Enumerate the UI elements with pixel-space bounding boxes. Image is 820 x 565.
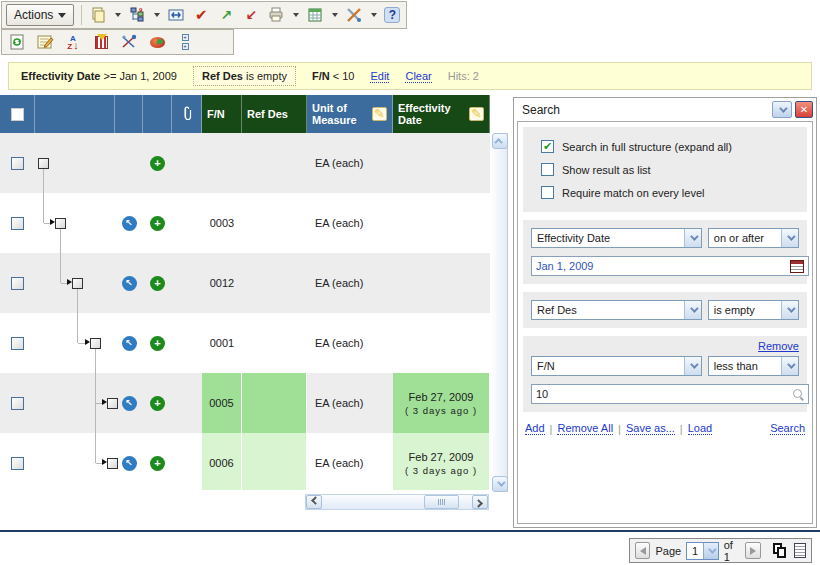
action-column-header[interactable]: [115, 95, 143, 133]
promote-arrow-icon[interactable]: ↗: [217, 6, 235, 24]
table-row[interactable]: ↖ + 0006 EA (each) Feb 27, 2009( 3 days …: [0, 433, 490, 490]
value-field[interactable]: [531, 384, 809, 404]
chevron-down-icon[interactable]: [781, 301, 798, 319]
tree-column-header[interactable]: [35, 95, 115, 133]
panel-dropdown-button[interactable]: [772, 101, 792, 118]
date-value-field[interactable]: [531, 256, 809, 276]
tools-icon[interactable]: [345, 6, 363, 24]
vertical-scrollbar[interactable]: [492, 133, 508, 492]
edit-filter-link[interactable]: Edit: [370, 70, 389, 83]
compare-windows-icon[interactable]: [167, 6, 185, 24]
filter-icon[interactable]: [92, 33, 110, 51]
operator-select[interactable]: is empty: [708, 300, 799, 320]
chart-sphere-icon[interactable]: [148, 33, 166, 51]
up-left-arrow-circle-icon[interactable]: ↖: [122, 396, 137, 411]
row-checkbox[interactable]: [11, 337, 24, 350]
operator-select[interactable]: less than: [708, 356, 799, 376]
field-select[interactable]: Ref Des: [531, 300, 702, 320]
next-page-button[interactable]: [745, 542, 760, 559]
chevron-down-icon[interactable]: [684, 357, 701, 375]
operator-select[interactable]: on or after: [708, 228, 799, 248]
scroll-left-button[interactable]: [306, 495, 322, 509]
up-left-arrow-circle-icon[interactable]: ↖: [122, 336, 137, 351]
copy-menu-caret[interactable]: [115, 13, 121, 17]
field-select[interactable]: Effectivity Date: [531, 228, 702, 248]
checkbox-search-full-structure[interactable]: ✔: [541, 140, 554, 153]
attachment-column-header[interactable]: [172, 95, 202, 133]
approve-check-icon[interactable]: ✔: [192, 6, 210, 24]
page-number-select[interactable]: 1: [686, 542, 719, 560]
filter-criterion-chip[interactable]: Ref Des is empty: [193, 66, 296, 86]
tree-node-toggle[interactable]: [90, 338, 101, 349]
value-input[interactable]: [536, 388, 793, 400]
row-checkbox[interactable]: [11, 277, 24, 290]
plus-circle-icon[interactable]: +: [150, 156, 165, 171]
effdate-column-header[interactable]: Effectivity Date✎: [393, 95, 490, 133]
tree-node-toggle[interactable]: [38, 158, 49, 169]
actions-menu-button[interactable]: Actions: [6, 4, 74, 26]
chevron-down-icon[interactable]: [781, 357, 798, 375]
remove-criterion-link[interactable]: Remove: [758, 340, 799, 352]
select-all-checkbox[interactable]: [11, 108, 24, 121]
multi-page-view-icon[interactable]: [772, 543, 786, 559]
print-icon[interactable]: [267, 6, 285, 24]
up-left-arrow-circle-icon[interactable]: ↖: [122, 456, 137, 471]
remove-all-link[interactable]: Remove All: [557, 422, 613, 435]
field-select[interactable]: F/N: [531, 356, 702, 376]
tree-node-toggle[interactable]: [72, 278, 83, 289]
expand-all-icon[interactable]: + +: [176, 33, 194, 51]
checkbox-require-match-every-level[interactable]: [541, 186, 554, 199]
search-icon[interactable]: [793, 389, 804, 400]
scroll-up-button[interactable]: [492, 133, 508, 149]
table-row[interactable]: ↖ + 0003 EA (each): [0, 193, 490, 253]
search-link[interactable]: Search: [770, 422, 805, 435]
panel-close-icon[interactable]: ✕: [795, 101, 813, 118]
save-as-link[interactable]: Save as...: [626, 422, 675, 435]
uom-column-header[interactable]: Unit of Measure✎: [307, 95, 393, 133]
plus-circle-icon[interactable]: +: [150, 276, 165, 291]
chevron-down-icon[interactable]: [684, 229, 701, 247]
select-all-header[interactable]: [0, 95, 35, 133]
row-checkbox[interactable]: [11, 217, 24, 230]
edit-column-pencil-icon[interactable]: ✎: [469, 107, 484, 121]
list-view-icon[interactable]: [794, 543, 806, 558]
chevron-down-icon[interactable]: [781, 229, 798, 247]
plus-circle-icon[interactable]: +: [150, 396, 165, 411]
edit-icon[interactable]: [36, 33, 54, 51]
chevron-down-icon[interactable]: [703, 543, 718, 559]
scroll-down-button[interactable]: [492, 476, 508, 492]
row-checkbox[interactable]: [11, 157, 24, 170]
print-menu-caret[interactable]: [293, 13, 299, 17]
chevron-down-icon[interactable]: [684, 301, 701, 319]
structure-paste-icon[interactable]: 9: [128, 6, 146, 24]
clear-filter-link[interactable]: Clear: [405, 70, 431, 83]
export-menu-caret[interactable]: [332, 13, 338, 17]
table-row[interactable]: + EA (each): [0, 133, 490, 193]
scroll-right-button[interactable]: [472, 495, 488, 509]
up-left-arrow-circle-icon[interactable]: ↖: [122, 216, 137, 231]
plus-circle-icon[interactable]: +: [150, 216, 165, 231]
previous-page-button[interactable]: [635, 542, 650, 559]
row-checkbox[interactable]: [11, 397, 24, 410]
help-icon[interactable]: ?: [384, 7, 400, 23]
load-link[interactable]: Load: [688, 422, 712, 435]
demote-arrow-icon[interactable]: ↙: [242, 6, 260, 24]
table-row[interactable]: ↖ + 0001 EA (each): [0, 313, 490, 373]
plus-circle-icon[interactable]: +: [150, 336, 165, 351]
horizontal-scrollbar[interactable]: [305, 494, 489, 510]
edit-column-pencil-icon[interactable]: ✎: [372, 107, 387, 121]
row-checkbox[interactable]: [11, 457, 24, 470]
plus-circle-icon[interactable]: +: [150, 456, 165, 471]
insert-column-header[interactable]: [143, 95, 172, 133]
refdes-column-header[interactable]: Ref Des: [242, 95, 307, 133]
tree-node-toggle[interactable]: [107, 398, 118, 409]
add-criterion-link[interactable]: Add: [525, 422, 545, 435]
date-input[interactable]: [536, 260, 790, 272]
tools-menu-caret[interactable]: [371, 13, 377, 17]
calendar-icon[interactable]: [790, 260, 804, 273]
up-left-arrow-circle-icon[interactable]: ↖: [122, 276, 137, 291]
sort-az-icon[interactable]: A Z↓: [64, 33, 82, 51]
checkbox-show-result-as-list[interactable]: [541, 163, 554, 176]
refresh-icon[interactable]: [8, 33, 26, 51]
table-row[interactable]: ↖ + 0005 EA (each) Feb 27, 2009( 3 days …: [0, 373, 490, 433]
